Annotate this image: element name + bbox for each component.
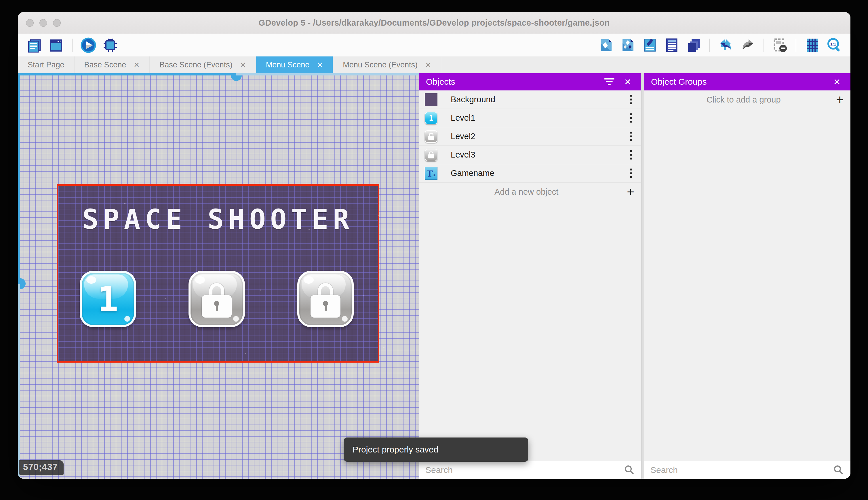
objects-search-bar <box>419 461 641 479</box>
layers-button[interactable] <box>685 36 703 54</box>
object-menu-icon[interactable] <box>625 132 637 141</box>
objects-panel-button[interactable] <box>597 36 615 54</box>
toggle-grid-icon <box>805 37 820 53</box>
window-title: GDevelop 5 - /Users/dkarakay/Documents/G… <box>259 18 610 28</box>
gamename-thumbnail: Tx <box>425 167 437 180</box>
object-groups-panel-header: Object Groups ✕ <box>644 73 851 90</box>
scene-editor-canvas[interactable]: SPACE SHOOTER 1 <box>18 73 419 479</box>
toggle-mask-icon <box>772 37 788 53</box>
debug-button[interactable] <box>101 36 119 54</box>
objects-panel-header: Objects ✕ <box>419 73 641 90</box>
object-groups-search-bar <box>644 461 851 479</box>
traffic-lights <box>26 12 61 34</box>
maximize-window-button[interactable] <box>53 19 61 27</box>
objects-panel-icon <box>598 37 614 53</box>
gdevelop-window: GDevelop 5 - /Users/dkarakay/Documents/G… <box>18 12 851 479</box>
close-icon[interactable]: ✕ <box>133 61 140 69</box>
lock-icon <box>428 151 434 158</box>
cursor-coordinates: 570;437 <box>19 460 63 475</box>
toolbar-separator <box>709 38 710 52</box>
tab-label: Start Page <box>28 60 64 69</box>
title-bar: GDevelop 5 - /Users/dkarakay/Documents/G… <box>18 12 851 34</box>
zoom-original-button[interactable]: 1:1 <box>825 36 843 54</box>
plus-icon: + <box>836 93 844 106</box>
object-row-level2[interactable]: Level2 <box>419 127 641 146</box>
tab-base-scene-events[interactable]: Base Scene (Events) ✕ <box>150 56 256 73</box>
toggle-grid-button[interactable] <box>803 36 821 54</box>
toolbar-separator <box>796 38 796 52</box>
save-toast: Project properly saved <box>344 438 528 462</box>
tab-bar: Start Page Base Scene ✕ Base Scene (Even… <box>18 56 851 73</box>
background-instance-selected[interactable]: SPACE SHOOTER 1 <box>57 184 379 363</box>
toolbar-left-group <box>25 36 119 54</box>
toolbar-separator <box>72 38 72 52</box>
minimize-window-button[interactable] <box>39 19 47 27</box>
level1-button-sprite[interactable]: 1 <box>80 271 136 327</box>
object-row-gamename[interactable]: Tx Gamename <box>419 164 641 183</box>
undo-icon <box>718 37 734 53</box>
tab-start-page[interactable]: Start Page <box>18 56 74 73</box>
level1-thumbnail: 1 <box>425 112 437 124</box>
redo-button[interactable] <box>739 36 756 54</box>
horizontal-scrollbar[interactable] <box>18 73 419 76</box>
object-menu-icon[interactable] <box>625 95 637 104</box>
plus-icon: + <box>627 185 634 198</box>
object-row-level1[interactable]: 1 Level1 <box>419 109 641 127</box>
add-object-button[interactable]: Add a new object + <box>419 183 641 201</box>
object-menu-icon[interactable] <box>625 150 637 160</box>
vertical-scrollbar[interactable] <box>18 73 20 479</box>
object-row-background[interactable]: Background <box>419 90 641 109</box>
close-window-button[interactable] <box>26 19 34 27</box>
play-button[interactable] <box>80 36 97 54</box>
zoom-original-icon: 1:1 <box>826 37 842 53</box>
object-groups-panel-button[interactable] <box>619 36 637 54</box>
objects-search-input[interactable] <box>425 465 623 475</box>
object-groups-panel-title: Object Groups <box>651 77 825 87</box>
object-groups-search-input[interactable] <box>650 465 833 475</box>
scene-window-button[interactable] <box>47 36 65 54</box>
level2-locked-sprite[interactable] <box>188 271 245 327</box>
level-buttons-row: 1 <box>58 271 378 327</box>
tab-base-scene[interactable]: Base Scene ✕ <box>74 56 150 73</box>
close-icon[interactable]: ✕ <box>830 75 844 88</box>
object-groups-panel: Object Groups ✕ Click to add a group + <box>644 73 851 479</box>
tab-menu-scene-events[interactable]: Menu Scene (Events) ✕ <box>333 56 441 73</box>
tab-label: Base Scene <box>84 60 126 69</box>
panel-divider[interactable] <box>641 73 644 479</box>
object-menu-icon[interactable] <box>625 169 637 178</box>
add-group-button[interactable]: Click to add a group + <box>644 90 851 109</box>
close-icon[interactable]: ✕ <box>425 61 431 69</box>
tab-label: Menu Scene <box>266 60 310 69</box>
close-icon[interactable]: ✕ <box>317 61 323 69</box>
scene-window-icon <box>48 37 64 53</box>
object-row-level3[interactable]: Level3 <box>419 146 641 164</box>
project-manager-button[interactable] <box>25 36 43 54</box>
debug-icon <box>103 37 118 53</box>
properties-panel-button[interactable] <box>641 36 659 54</box>
object-menu-icon[interactable] <box>625 113 637 123</box>
tab-menu-scene[interactable]: Menu Scene ✕ <box>256 56 333 73</box>
background-thumbnail <box>425 93 437 106</box>
tab-label: Menu Scene (Events) <box>343 60 418 69</box>
toolbar-right-group: 1:1 <box>597 36 843 54</box>
objects-panel-title: Objects <box>426 77 597 87</box>
level3-locked-sprite[interactable] <box>297 271 354 327</box>
level3-thumbnail <box>425 149 437 161</box>
filter-icon[interactable] <box>603 75 616 88</box>
search-icon <box>623 464 635 476</box>
horizontal-scrollbar-handle[interactable] <box>231 76 242 81</box>
toggle-mask-button[interactable] <box>771 36 789 54</box>
toolbar-separator <box>763 38 764 52</box>
tab-label: Base Scene (Events) <box>160 60 233 69</box>
redo-icon <box>740 37 755 53</box>
close-icon[interactable]: ✕ <box>621 75 634 88</box>
lock-icon <box>428 133 434 140</box>
instances-list-icon <box>664 37 680 53</box>
close-icon[interactable]: ✕ <box>240 61 246 69</box>
objects-list: Background 1 Level1 Level2 Level3 <box>419 90 641 461</box>
vertical-scrollbar-handle[interactable] <box>20 278 26 289</box>
main-area: SPACE SHOOTER 1 <box>18 73 851 479</box>
objects-panel: Objects ✕ Background 1 Level1 <box>419 73 641 479</box>
instances-list-button[interactable] <box>663 36 681 54</box>
undo-button[interactable] <box>717 36 735 54</box>
